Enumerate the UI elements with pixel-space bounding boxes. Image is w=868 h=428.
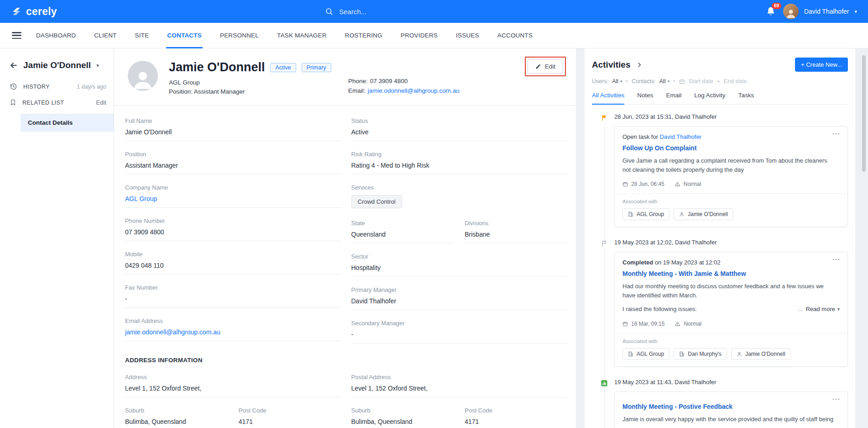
history-row[interactable]: HISTORY 1 day/s ago — [0, 79, 114, 95]
field-postal-suburb: Suburb Bulimba, Queensland — [351, 407, 454, 428]
activity-timestamp: 28 Jun, 2023 at 15:31, David Thalhofer — [614, 113, 848, 120]
contact-details-panel: Jamie O'Donnell Active Primary AGL Group… — [114, 48, 576, 428]
activities-header: Activities + Create New... — [592, 58, 848, 72]
start-date-input[interactable]: Start date — [689, 78, 713, 85]
user-avatar[interactable] — [783, 4, 799, 19]
nav-item-task-manager[interactable]: TASK MANAGER — [276, 23, 328, 48]
field-primary-manager: Primary Manager David Thalhofer — [351, 286, 568, 310]
truncation-ellipsis: ... — [798, 306, 803, 312]
vertical-scrollbar[interactable] — [862, 55, 866, 172]
hamburger-menu-icon[interactable] — [12, 32, 21, 39]
notification-badge: 69 — [772, 3, 781, 9]
email-label: Email: — [348, 87, 366, 94]
flag-icon-gray — [599, 238, 609, 248]
related-list-edit-link[interactable]: Edit — [96, 99, 106, 106]
associated-company-chip[interactable]: AGL Group — [622, 348, 669, 360]
related-list-row[interactable]: RELATED LIST Edit — [0, 95, 114, 111]
nav-item-client[interactable]: CLIENT — [93, 23, 117, 48]
notifications-button[interactable]: 69 — [766, 6, 778, 17]
page-layout: Jamie O'Donnell ▾ HISTORY 1 day/s ago RE… — [0, 48, 868, 428]
email-field-link[interactable]: jamie.odonnell@alhgroup.com.au — [125, 328, 341, 341]
tab-notes[interactable]: Notes — [637, 92, 653, 105]
field-email-address: Email Address jamie.odonnell@alhgroup.co… — [125, 317, 341, 341]
email-link[interactable]: jamie.odonnell@alhgroup.com.au — [368, 87, 460, 94]
building-icon — [628, 211, 633, 217]
position-label: Position: — [169, 88, 193, 95]
associated-company-chip[interactable]: Dan Murphy's — [674, 348, 727, 360]
history-label: HISTORY — [23, 84, 50, 90]
profile-header: Jamie O'Donnell Active Primary AGL Group… — [114, 48, 576, 106]
search-placeholder: Search... — [339, 8, 366, 16]
field-address: Address Level 1, 152 Oxford Street, — [125, 374, 341, 397]
nav-item-site[interactable]: SITE — [134, 23, 150, 48]
field-postal-post-code: Post Code 4171 — [465, 407, 567, 428]
chevron-down-icon[interactable]: ▾ — [96, 63, 99, 69]
tab-tasks[interactable]: Tasks — [738, 92, 754, 105]
activity-title-link[interactable]: Monthly Meeting - With Jamie & Matthew — [622, 270, 746, 277]
due-date: 16 Mar, 09:15 — [622, 321, 664, 327]
user-menu-caret-icon[interactable]: ▾ — [854, 9, 857, 15]
divider — [615, 193, 847, 194]
read-more-link[interactable]: Read more — [806, 306, 835, 312]
activity-title-link[interactable]: Monthly Meeting - Postive Feedback — [622, 403, 732, 410]
address-information-heading: ADDRESS INFORMATION — [114, 353, 576, 373]
associated-chips: AGL Group Jamie O'Donnell — [622, 208, 840, 220]
calendar-icon — [679, 79, 685, 85]
task-pre-line: Open task for David Thalhofer — [622, 133, 840, 140]
associated-with-label: Associated with — [622, 338, 840, 344]
users-filter-label: Users: — [592, 78, 608, 85]
search-bar[interactable]: Search... — [325, 0, 366, 23]
field-company-name: Company Name AGL Group — [125, 184, 341, 208]
sidebar: Jamie O'Donnell ▾ HISTORY 1 day/s ago RE… — [0, 48, 114, 428]
field-post-code: Post Code 4171 — [239, 407, 341, 428]
field-fax-number: Fax Number - — [125, 284, 341, 308]
associated-company-chip[interactable]: AGL Group — [622, 208, 669, 220]
card-menu-button[interactable]: ⋯ — [832, 395, 841, 405]
edit-button-label: Edit — [545, 63, 555, 70]
flag-icon-orange — [599, 113, 609, 123]
nav-item-issues[interactable]: ISSUES — [455, 23, 480, 48]
app-logo[interactable]: cerely — [11, 5, 57, 18]
contacts-filter-dropdown[interactable]: All ▾ — [659, 78, 669, 85]
field-phone-number: Phone Number 07 3909 4800 — [125, 217, 341, 241]
nav-item-dashboard[interactable]: DASHBOARD — [35, 23, 77, 48]
users-filter-dropdown[interactable]: All ▾ — [612, 78, 622, 85]
activity-body-2: I raised the following issues: — [622, 305, 798, 314]
cerely-logo-icon — [11, 6, 22, 17]
person-icon — [131, 67, 155, 91]
activity-title-link[interactable]: Follow Up On Complaint — [622, 144, 697, 152]
tab-all-activities[interactable]: All Activities — [592, 92, 624, 105]
assignee-link[interactable]: David Thalhofer — [660, 133, 702, 140]
chevron-right-icon[interactable] — [636, 62, 643, 68]
tab-email[interactable]: Email — [666, 92, 682, 105]
associated-chips: AGL Group Dan Murphy's Jamie O'Donnell — [622, 348, 840, 360]
back-button[interactable] — [9, 61, 18, 70]
nav-item-rostering[interactable]: ROSTERING — [344, 23, 383, 48]
activity-entry: 19 May 2023 at 11:43, David Thalhofer ⋯ … — [592, 379, 848, 428]
nav-item-contacts[interactable]: CONTACTS — [166, 23, 203, 48]
company-link[interactable]: AGL Group — [125, 195, 341, 208]
associated-contact-chip[interactable]: Jamie O'Donnell — [674, 208, 733, 220]
associated-contact-chip[interactable]: Jamie O'Donnell — [731, 348, 791, 360]
field-status: Status Active — [351, 117, 568, 141]
tab-log-activity[interactable]: Log Activity — [694, 92, 725, 105]
nav-item-providers[interactable]: PROVIDERS — [400, 23, 439, 48]
building-icon — [679, 351, 685, 357]
calendar-icon — [622, 181, 628, 187]
nav-item-personnel[interactable]: PERSONNEL — [219, 23, 260, 48]
card-menu-button[interactable]: ⋯ — [832, 129, 841, 139]
card-menu-button[interactable]: ⋯ — [832, 255, 841, 265]
edit-button[interactable]: Edit — [528, 59, 563, 74]
contact-quick-info: Phone: 07 3909 4800 Email: jamie.odonnel… — [348, 78, 460, 97]
logo-text: cerely — [26, 5, 57, 18]
chevron-down-icon: ▾ — [620, 79, 622, 84]
history-value: 1 day/s ago — [77, 84, 106, 90]
create-new-button[interactable]: + Create New... — [795, 58, 848, 72]
end-date-input[interactable]: End date — [724, 78, 747, 85]
chevron-down-icon[interactable]: ▾ — [837, 306, 840, 312]
nav-item-accounts[interactable]: ACCOUNTS — [497, 23, 533, 48]
detail-column-left: Full Name Jamie O'Donnell Position Assis… — [125, 117, 341, 353]
main-nav: DASHBOARD CLIENT SITE CONTACTS PERSONNEL… — [0, 23, 868, 48]
field-position: Position Assistant Manager — [125, 151, 341, 174]
sidebar-item-contact-details[interactable]: Contact Details — [21, 114, 114, 132]
